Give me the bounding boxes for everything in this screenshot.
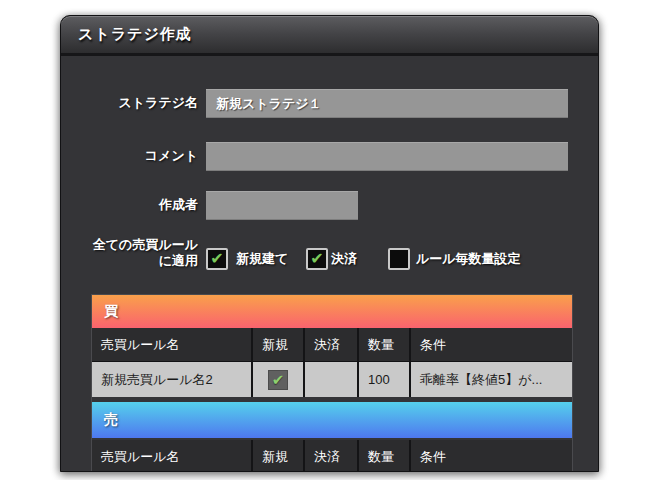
apply-all-label-line2: に適用 [61, 253, 198, 269]
comment-input[interactable] [206, 142, 568, 171]
column-header-new: 新規 [251, 328, 303, 361]
trading-rules-table: 買 売買ルール名 新規 決済 数量 条件 新規売買ルール名2 ✔ 100 乖離率… [91, 294, 573, 472]
dialog-titlebar[interactable]: ストラテジ作成 [61, 16, 598, 56]
buy-band-label: 買 [104, 303, 118, 321]
sell-band-label: 売 [104, 411, 118, 429]
column-header-qty: 数量 [357, 328, 409, 361]
strategy-create-dialog: ストラテジ作成 ストラテジ名 コメント 作成者 全ての売買ルール に適用 ✔ 新… [60, 15, 599, 472]
check-icon: ✔ [310, 251, 323, 267]
strategy-name-input[interactable] [206, 89, 568, 118]
author-label: 作成者 [61, 197, 198, 213]
rule-condition-cell[interactable]: 乖離率【終値5】が... [409, 362, 572, 397]
column-header-qty: 数量 [357, 440, 409, 472]
rule-new-checkbox[interactable]: ✔ [268, 370, 288, 390]
column-header-close: 決済 [303, 328, 357, 361]
sell-table-header-row: 売買ルール名 新規 決済 数量 条件 [92, 440, 572, 472]
page-background: ストラテジ作成 ストラテジ名 コメント 作成者 全ての売買ルール に適用 ✔ 新… [0, 0, 667, 480]
comment-label: コメント [61, 148, 198, 164]
open-position-checkbox-label: 新規建て [236, 251, 288, 267]
apply-all-label-line1: 全ての売買ルール [61, 237, 198, 253]
check-icon: ✔ [210, 251, 223, 267]
rule-qty-cell: 100 [357, 362, 409, 397]
per-rule-quantity-checkbox-label: ルール毎数量設定 [416, 251, 521, 267]
column-header-rule-name: 売買ルール名 [92, 440, 251, 472]
column-header-condition: 条件 [409, 328, 572, 361]
buy-rule-row[interactable]: 新規売買ルール名2 ✔ 100 乖離率【終値5】が... [92, 361, 572, 397]
strategy-name-label: ストラテジ名 [61, 95, 198, 111]
column-header-close: 決済 [303, 440, 357, 472]
buy-table-header-row: 売買ルール名 新規 決済 数量 条件 [92, 328, 572, 361]
column-header-rule-name: 売買ルール名 [92, 328, 251, 361]
column-header-new: 新規 [251, 440, 303, 472]
settlement-checkbox[interactable]: ✔ [306, 248, 328, 270]
author-input[interactable] [206, 191, 358, 220]
column-header-condition: 条件 [409, 440, 572, 472]
rule-name-cell: 新規売買ルール名2 [92, 362, 251, 397]
sell-section-band: 売 [92, 402, 572, 438]
open-position-checkbox[interactable]: ✔ [206, 248, 228, 270]
rule-close-cell [303, 362, 357, 397]
buy-section-band: 買 [92, 295, 572, 328]
rule-new-cell: ✔ [251, 362, 303, 397]
dialog-title: ストラテジ作成 [78, 25, 192, 44]
check-icon: ✔ [272, 372, 285, 387]
per-rule-quantity-checkbox[interactable] [388, 248, 410, 270]
settlement-checkbox-label: 決済 [331, 251, 357, 267]
apply-all-label: 全ての売買ルール に適用 [61, 237, 198, 269]
